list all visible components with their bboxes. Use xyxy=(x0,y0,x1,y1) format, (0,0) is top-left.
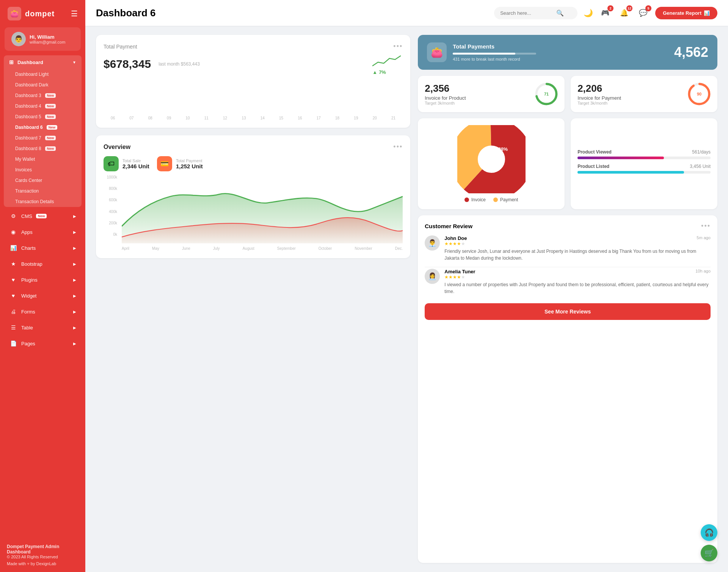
invoice-row: 2,356 Invoice for Product Target 3k/mont… xyxy=(418,76,717,112)
sidebar-item-dashboard-8[interactable]: Dashboard 8New xyxy=(4,143,82,154)
review-name-0: John Doe xyxy=(444,235,467,241)
cms-icon: ⚙ xyxy=(9,212,17,220)
invoice-payment-label: Invoice for Payment xyxy=(577,95,621,101)
message-icon-btn[interactable]: 💬 5 xyxy=(636,6,650,20)
sidebar-menu-forms[interactable]: 🖨 Forms ▶ xyxy=(4,304,82,319)
bar-labels: 06070809101112131415161718192021 xyxy=(104,114,403,120)
bar-x-label: 07 xyxy=(123,116,140,120)
total-sale-icon: 🏷 xyxy=(104,156,119,171)
support-fab[interactable]: 🎧 xyxy=(701,524,717,541)
bar-x-label: 14 xyxy=(254,116,271,120)
chevron-right-icon: ▶ xyxy=(73,278,76,282)
search-icon[interactable]: 🔍 xyxy=(556,9,564,17)
footer-brand: Dompet Payment Admin Dashboard xyxy=(7,544,78,555)
product-stats-card: Product Viewed 561/days Product Listed 3… xyxy=(571,118,717,209)
invoice-payment-target: Target 3k/month xyxy=(577,101,621,105)
sidebar-item-dashboard-dark[interactable]: Dashboard Dark xyxy=(4,80,82,90)
menu-label: Charts xyxy=(21,245,36,251)
notification-icon-btn[interactable]: 🔔 12 xyxy=(617,6,631,20)
sidebar-menu-charts[interactable]: 📊 Charts ▶ xyxy=(4,240,82,255)
invoice-product-info: 2,356 Invoice for Product Target 3k/mont… xyxy=(425,83,466,105)
chevron-right-icon: ▶ xyxy=(73,214,76,218)
generate-report-button[interactable]: Generate Report 📊 xyxy=(655,7,717,19)
sidebar-footer: Dompet Payment Admin Dashboard © 2023 Al… xyxy=(0,538,85,572)
sidebar-item-my-wallet[interactable]: My Wallet xyxy=(4,154,82,165)
invoice-dot xyxy=(464,197,469,202)
sidebar-menu-pages[interactable]: 📄 Pages ▶ xyxy=(4,336,82,351)
sidebar-menu-apps[interactable]: ◉ Apps ▶ xyxy=(4,224,82,240)
games-badge: 2 xyxy=(607,5,613,11)
menu-label: Forms xyxy=(21,309,35,315)
new-badge: New xyxy=(45,93,56,98)
new-badge: New xyxy=(45,136,56,140)
footer-madewith: Made with ♥ by DexignLab xyxy=(7,561,78,566)
payment-legend-label: Payment xyxy=(500,197,518,202)
sidebar-menu-widget[interactable]: ♥ Widget ▶ xyxy=(4,288,82,303)
content-area: Total Payment ••• $678,345 last month $5… xyxy=(85,26,728,572)
sidebar-user: 👨 Hi, William william@gmail.com xyxy=(5,27,81,51)
dashboard-section-header[interactable]: ⊞ Dashboard ▼ xyxy=(4,55,82,69)
chevron-right-icon: ▶ xyxy=(73,246,76,250)
forms-icon: 🖨 xyxy=(9,307,17,316)
total-payment-icon: 💳 xyxy=(157,156,172,171)
product-viewed-value: 561/days xyxy=(692,149,711,155)
user-email: william@gmail.com xyxy=(30,40,65,44)
review-menu-icon[interactable]: ••• xyxy=(701,222,711,230)
cart-fab[interactable]: 🛒 xyxy=(701,545,717,561)
sidebar-item-invoices[interactable]: Invoices xyxy=(4,165,82,175)
invoice-payment-card: 2,206 Invoice for Payment Target 3k/mont… xyxy=(571,76,717,112)
sidebar-item-dashboard-6[interactable]: Dashboard 6New xyxy=(4,122,82,133)
card-header: Total Payment ••• xyxy=(104,42,403,50)
banner-wallet-icon: 👛 xyxy=(427,42,447,62)
sidebar-item-transaction-details[interactable]: Transaction Details xyxy=(4,196,82,207)
hamburger-icon[interactable]: ☰ xyxy=(71,9,78,18)
sidebar-menu-plugins[interactable]: ♥ Plugins ▶ xyxy=(4,272,82,287)
bar-x-label: 12 xyxy=(217,116,234,120)
sidebar-item-dashboard-7[interactable]: Dashboard 7New xyxy=(4,133,82,143)
invoice-product-number: 2,356 xyxy=(425,83,466,94)
chart-bar-icon: 📊 xyxy=(704,10,710,16)
header: Dashboard 6 🔍 🌙 🎮 2 🔔 12 💬 5 Generate Re… xyxy=(85,0,728,26)
games-icon-btn[interactable]: 🎮 2 xyxy=(598,6,612,20)
product-viewed-label: Product Viewed xyxy=(577,149,612,155)
invoice-product-target: Target 3k/month xyxy=(425,101,466,105)
review-avatar-0: 👨‍💼 xyxy=(425,235,440,251)
pie-chart-card: 62% 38% Invoice Payment xyxy=(418,118,565,209)
page-title: Dashboard 6 xyxy=(96,7,488,19)
card-menu-icon[interactable]: ••• xyxy=(393,42,403,50)
sidebar-menu-table[interactable]: ☰ Table ▶ xyxy=(4,320,82,335)
payment-meta: last month $563,443 xyxy=(158,61,200,67)
see-more-reviews-button[interactable]: See More Reviews xyxy=(425,303,711,320)
bar-x-label: 08 xyxy=(142,116,159,120)
overview-menu-icon[interactable]: ••• xyxy=(393,143,403,151)
invoice-payment-number: 2,206 xyxy=(577,83,621,94)
sidebar-item-dashboard-3[interactable]: Dashboard 3New xyxy=(4,90,82,101)
pages-icon: 📄 xyxy=(9,339,17,348)
review-items: 👨‍💼 John Doe 5m ago ★★★★★ Friendly servi… xyxy=(425,235,711,295)
donut-percent-2: 90 xyxy=(697,92,701,96)
sidebar-item-transaction[interactable]: Transaction xyxy=(4,186,82,196)
bar-x-label: 18 xyxy=(329,116,346,120)
payment-amount: $678,345 xyxy=(104,58,151,71)
sidebar-item-dashboard-5[interactable]: Dashboard 5New xyxy=(4,111,82,122)
banner-number: 4,562 xyxy=(674,44,708,60)
search-input[interactable] xyxy=(500,10,553,16)
chevron-right-icon: ▶ xyxy=(73,230,76,234)
sidebar-item-dashboard-light[interactable]: Dashboard Light xyxy=(4,69,82,80)
product-viewed-fill xyxy=(577,157,664,159)
avatar: 👨 xyxy=(11,32,26,46)
legend-invoice: Invoice xyxy=(464,197,486,202)
sidebar-item-cards-center[interactable]: Cards Center xyxy=(4,175,82,186)
sidebar-menu-cms[interactable]: ⚙ CMS New ▶ xyxy=(4,208,82,224)
total-payment-stat: 💳 Total Payment 1,252 Unit xyxy=(157,156,203,171)
banner-progress-bar xyxy=(453,53,536,55)
apps-icon: ◉ xyxy=(9,228,17,236)
bar-x-label: 11 xyxy=(198,116,215,120)
new-badge: New xyxy=(45,114,56,119)
overview-title: Overview xyxy=(104,144,130,150)
moon-icon[interactable]: 🌙 xyxy=(584,8,593,17)
sidebar-menu-bootstrap[interactable]: ★ Bootstrap ▶ xyxy=(4,256,82,271)
svg-text:62%: 62% xyxy=(486,156,497,162)
bar-x-label: 21 xyxy=(385,116,402,120)
sidebar-item-dashboard-4[interactable]: Dashboard 4New xyxy=(4,101,82,111)
